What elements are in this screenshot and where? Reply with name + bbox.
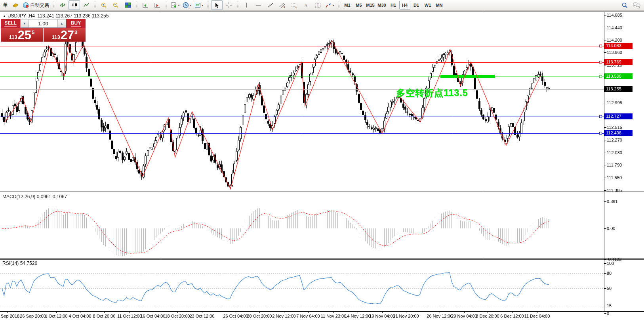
buy-button[interactable]: BUY [66, 19, 86, 28]
time-axis-label: 19 Nov 04:00 [369, 314, 395, 318]
price-axis-tick: 111.790 [607, 163, 622, 167]
tab-timeframe-mn[interactable]: MN [434, 1, 445, 10]
price-axis-tick: 112.515 [607, 125, 622, 130]
price-axis-tick: 114.685 [607, 13, 622, 17]
time-axis-label: 7 Nov 04:00 [296, 314, 320, 318]
label-icon[interactable]: T [312, 0, 324, 10]
crosshair-icon[interactable] [223, 0, 234, 10]
tab-timeframe-m15[interactable]: M15 [365, 1, 376, 10]
price-level-badge: 114.083 [604, 43, 633, 49]
vertical-line-icon[interactable] [241, 0, 252, 10]
chat-icon[interactable] [631, 0, 642, 10]
horizontal-line-icon[interactable] [253, 0, 264, 10]
price-axis-tick: 112.995 [607, 100, 622, 105]
periods-button[interactable]: ▾ [181, 0, 193, 10]
autotrade-icon [23, 2, 29, 8]
zoom-out-icon[interactable] [110, 0, 122, 10]
price-level-badge: 113.769 [604, 59, 633, 65]
rsi-axis-tick: 50 [607, 286, 612, 291]
autotrade-button[interactable]: 自动交易 [21, 0, 50, 10]
fibonacci-icon[interactable]: F [288, 0, 300, 10]
sell-button[interactable]: SELL [1, 19, 20, 28]
time-axis-label: 26 Nov 12:00 [427, 314, 452, 318]
sell-price-sup: 5 [32, 29, 34, 35]
price-axis-tick: 114.200 [607, 38, 622, 42]
tab-timeframe-w1[interactable]: W1 [422, 1, 433, 10]
macd-main-value: 0.0961 [37, 194, 51, 199]
tab-timeframe-h1[interactable]: H1 [388, 1, 399, 10]
tab-timeframe-h4[interactable]: H4 [399, 1, 410, 10]
buy-price-button[interactable]: 113 27 3 [44, 28, 86, 42]
time-axis-label: 1 Oct 12:00 [45, 314, 68, 318]
macd-axis-tick: 0.361 [607, 199, 618, 204]
shapes-button[interactable]: ▾ [324, 0, 335, 10]
gold-tag-icon [12, 2, 19, 8]
arrows-icon [325, 2, 332, 8]
cursor-icon[interactable] [211, 0, 223, 10]
channel-icon[interactable]: E [276, 0, 288, 10]
rsi-value: 54.7526 [20, 261, 37, 266]
new-order-icon[interactable] [10, 0, 21, 10]
search-icon[interactable] [619, 0, 631, 10]
order-label[interactable]: 单 [2, 2, 9, 9]
macd-signal-value: 0.1067 [53, 194, 67, 199]
price-axis-tick: 111.550 [607, 175, 622, 180]
buy-price-sup: 3 [74, 29, 77, 35]
time-axis-label: 26 Sep 20:00 [20, 314, 46, 318]
time-axis-label: 14 Nov 12:00 [345, 314, 370, 318]
templates-button[interactable]: ▾ [193, 0, 205, 10]
shapes-dropdown-caret: ▾ [332, 4, 334, 7]
tile-windows-icon[interactable] [122, 0, 133, 10]
volume-decrease-button[interactable]: ▼ [21, 19, 29, 27]
time-axis-label: 8 Oct 20:00 [93, 314, 116, 318]
line-chart-icon[interactable] [80, 0, 92, 10]
time-axis-label: 30 Oct 20:00 [247, 314, 272, 318]
macd-indicator-label: MACD(12,26,9) 0.0961 0.1067 [2, 194, 67, 199]
price-axis-tick: 111.305 [607, 188, 622, 193]
chart-shift-icon[interactable] [152, 0, 163, 10]
tab-timeframe-m5[interactable]: M5 [353, 1, 364, 10]
time-axis-label: 6 Dec 12:00 [500, 314, 524, 318]
svg-text:T: T [317, 3, 319, 8]
chevron-up-icon: ▲ [60, 22, 63, 25]
chart-annotation-text[interactable]: 多空转折点113.5 [396, 87, 468, 99]
time-axis-label: 23 Oct 12:00 [190, 314, 215, 318]
indicators-dropdown-caret: ▾ [178, 4, 179, 7]
tab-timeframe-d1[interactable]: D1 [411, 1, 422, 10]
templates-dropdown-caret: ▾ [202, 4, 203, 7]
price-level-badge: 113.500 [604, 73, 633, 79]
time-axis-label: 11 Dec 04:00 [524, 314, 550, 318]
autoscroll-icon[interactable] [140, 0, 151, 10]
rsi-axis-tick: 0 [607, 311, 609, 316]
svg-text:A: A [304, 3, 308, 8]
macd-axis-tick: 0.00 [607, 226, 615, 231]
trendline-icon[interactable] [265, 0, 276, 10]
collapse-triangle-icon[interactable]: ▲ [3, 14, 6, 18]
time-axis-label: 24 Sep 2018 [0, 314, 19, 318]
one-click-trade-panel: SELL ▼ 1.00 ▲ BUY 113 25 5 113 27 3 [1, 19, 86, 42]
tab-timeframe-m30[interactable]: M30 [376, 1, 387, 10]
volume-input[interactable]: 1.00 [29, 19, 57, 27]
clock-icon [183, 2, 189, 8]
price-level-badge: 112.406 [604, 130, 633, 136]
template-icon [194, 2, 201, 8]
price-axis-tick: 112.030 [607, 150, 622, 155]
time-axis-label: 3 Dec 20:00 [476, 314, 499, 318]
toolbar-grip [338, 2, 339, 9]
mt4-terminal-window: 单 自动交易 [0, 0, 644, 320]
zoom-in-icon[interactable] [98, 0, 110, 10]
time-axis-label: 26 Oct 04:00 [223, 314, 248, 318]
rsi-axis-tick: 100 [607, 261, 614, 266]
toolbar-grip [136, 2, 137, 9]
ohlc-values: 113.241 113.267 113.236 113.255 [38, 13, 109, 19]
time-axis-label: 2 Nov 12:00 [272, 314, 295, 318]
sell-price-button[interactable]: 113 25 5 [1, 28, 43, 42]
text-icon[interactable]: A [300, 0, 312, 10]
volume-increase-button[interactable]: ▲ [57, 19, 66, 27]
indicators-icon [171, 2, 177, 8]
tab-timeframe-m1[interactable]: M1 [342, 1, 353, 10]
bar-chart-icon[interactable] [57, 0, 68, 10]
candlestick-chart-icon[interactable] [69, 0, 80, 10]
indicators-button[interactable]: ▾ [170, 0, 181, 10]
chart-canvas[interactable] [0, 0, 644, 320]
